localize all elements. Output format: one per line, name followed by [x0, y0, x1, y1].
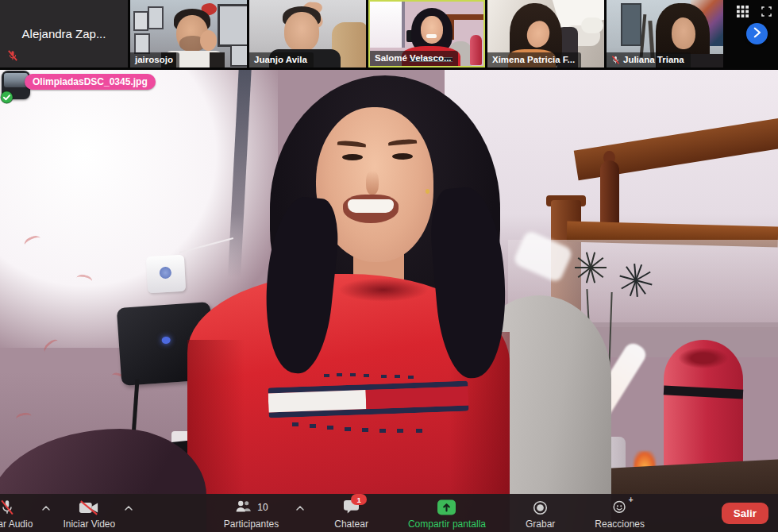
- video-options-chevron[interactable]: [123, 504, 134, 512]
- leave-button[interactable]: Salir: [722, 503, 768, 524]
- filmstrip-controls: [726, 0, 778, 70]
- fullscreen-icon: [761, 7, 772, 19]
- participant-tile-juliana[interactable]: Juliana Triana: [607, 0, 723, 67]
- reactions-smiley-icon: [612, 499, 628, 516]
- check-badge-icon: [0, 91, 13, 104]
- plus-icon: +: [629, 496, 634, 504]
- participant-tile-jairosojo[interactable]: jairosojo: [130, 0, 247, 67]
- share-screen-icon: [437, 499, 456, 515]
- zoom-meeting-window: Alejandra Zap... jairoso: [0, 0, 778, 532]
- dried-plant: [605, 259, 665, 303]
- participant-name-label: Ximena Patricia F...: [487, 52, 581, 67]
- muted-mic-icon: [7, 50, 18, 61]
- meeting-toolbar: Iniciar Audio Iniciar Video 10 Participa…: [0, 494, 778, 532]
- participant-tile-salome[interactable]: Salomé Velasco...: [368, 0, 485, 67]
- participants-count: 10: [257, 502, 268, 513]
- share-screen-button[interactable]: Compartir pantalla: [403, 495, 491, 530]
- camera-off-icon: [79, 499, 99, 515]
- start-video-button[interactable]: Iniciar Video: [58, 495, 120, 530]
- fullscreen-button[interactable]: [761, 6, 772, 17]
- participant-name-label: Salomé Velasco...: [370, 51, 458, 66]
- participants-button[interactable]: 10 Participantes: [219, 495, 299, 530]
- participant-tile-juanjo[interactable]: Juanjo Avila: [249, 0, 366, 67]
- audio-options-chevron[interactable]: [40, 504, 52, 512]
- grid-icon: [737, 8, 749, 20]
- file-name-pill: OlimpiadasDSC_0345.jpg: [25, 74, 156, 90]
- reactions-button[interactable]: + Reacciones: [590, 495, 649, 530]
- mute-audio-button[interactable]: Iniciar Audio: [0, 495, 37, 530]
- participant-name-label: jairosojo: [130, 52, 179, 67]
- wall-adapter: [146, 255, 186, 293]
- chat-unread-badge: 1: [351, 494, 367, 505]
- participant-name-label: Juanjo Avila: [249, 52, 314, 67]
- chat-button[interactable]: 1 Chatear: [329, 495, 373, 530]
- participants-icon: [234, 500, 252, 515]
- participants-options-chevron[interactable]: [295, 504, 306, 512]
- participant-tile-alejandra[interactable]: Alejandra Zap...: [0, 0, 128, 67]
- mat-strap: [664, 385, 743, 399]
- next-participants-button[interactable]: [746, 23, 768, 44]
- muted-mic-icon: [611, 56, 620, 64]
- participant-filmstrip: Alejandra Zap... jairoso: [0, 0, 778, 70]
- participant-name-label: Juliana Triana: [607, 52, 691, 67]
- participant-name-label: Alejandra Zap...: [22, 27, 106, 40]
- toolbar-center-group: 10 Participantes 1 Chatear Compartir pan…: [192, 495, 649, 530]
- shared-file-chip[interactable]: OlimpiadasDSC_0345.jpg: [2, 71, 192, 102]
- gallery-view-button[interactable]: [737, 6, 749, 17]
- mic-muted-icon: [0, 499, 16, 515]
- main-video-feed: OlimpiadasDSC_0345.jpg: [0, 70, 778, 532]
- record-button[interactable]: Grabar: [521, 495, 560, 530]
- record-icon: [533, 499, 548, 515]
- participant-tile-ximena[interactable]: Ximena Patricia F...: [487, 0, 604, 67]
- earring: [426, 189, 429, 194]
- toolbar-left-group: Iniciar Audio Iniciar Video: [0, 495, 120, 530]
- chevron-right-icon: [753, 27, 761, 40]
- wood-sculpture: [600, 160, 619, 230]
